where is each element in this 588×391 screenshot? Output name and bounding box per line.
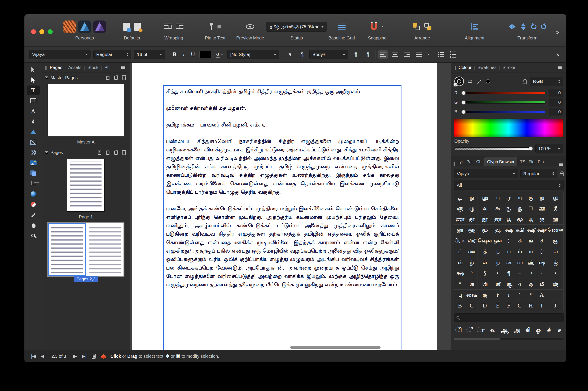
close-button[interactable]	[31, 29, 36, 34]
baseline-grid-button[interactable]	[337, 23, 346, 31]
page-list-button[interactable]	[91, 353, 96, 360]
glyph-cell[interactable]: ஔ	[492, 235, 503, 246]
colour-wheel-icon[interactable]	[454, 77, 464, 86]
zoom-tool[interactable]	[27, 231, 40, 240]
glyph-cell[interactable]: §	[477, 268, 492, 279]
glyph-cell[interactable]: ஜ்	[547, 257, 564, 268]
recent-glyph[interactable]: வ	[489, 326, 496, 334]
picture-frame-ellipse-tool[interactable]	[27, 148, 40, 157]
green-value-field[interactable]: 0	[549, 98, 563, 106]
glyph-cell[interactable]: E	[492, 300, 503, 311]
glyph-cell[interactable]: டூ	[547, 203, 564, 214]
view-tool[interactable]	[27, 220, 40, 230]
glyph-cell[interactable]: ·	[536, 268, 547, 279]
red-value-field[interactable]: 0	[549, 89, 563, 97]
swap-colours-icon[interactable]: ⇄	[468, 78, 472, 85]
next-page-button[interactable]: ▶	[73, 354, 77, 359]
tab-assets[interactable]: Assets	[68, 65, 81, 70]
pages-2-3-thumbnail[interactable]	[47, 222, 124, 277]
glyph-cell[interactable]: ஷை	[466, 290, 477, 300]
bold-button[interactable]: B	[171, 50, 178, 58]
colour-model-combo[interactable]: RGB	[530, 77, 563, 86]
show-wrap-settings-button[interactable]	[163, 23, 172, 31]
shape-tool[interactable]	[27, 127, 40, 137]
glyph-cell[interactable]: ஞ்	[547, 279, 564, 290]
glyph-cell[interactable]: ஙூ	[503, 203, 514, 214]
glyph-cell[interactable]: ஸ்	[514, 257, 525, 268]
recent-glyph[interactable]: கி	[524, 326, 530, 334]
glyph-cell[interactable]: க்ஷு	[536, 225, 547, 235]
glyph-cell[interactable]: •	[492, 268, 503, 279]
place-image-tool[interactable]	[27, 158, 40, 168]
justify-button[interactable]	[415, 50, 424, 59]
opacity-combo[interactable]: 100 %	[535, 144, 563, 153]
character-style-chip[interactable]: a	[285, 50, 294, 59]
disclosure-triangle-icon[interactable]	[45, 77, 48, 79]
glyph-cell[interactable]	[547, 290, 564, 300]
glyph-cell[interactable]: ரு	[477, 290, 492, 300]
glyph-cell[interactable]: o	[514, 279, 525, 290]
pin-button[interactable]	[209, 22, 214, 31]
glyph-category-combo[interactable]: All	[454, 181, 564, 190]
tab-swatches[interactable]: Swatches	[477, 65, 497, 70]
recent-glyph[interactable]: ஒ	[535, 326, 541, 334]
ignore-wrap-button[interactable]	[175, 23, 184, 31]
frame-text-tool[interactable]: T	[27, 86, 40, 95]
disclosure-triangle-icon[interactable]	[45, 151, 48, 154]
text-colour-swatch[interactable]	[200, 51, 212, 58]
tab-pinning[interactable]: Pin	[537, 157, 544, 166]
glyph-cell[interactable]: H	[525, 300, 536, 311]
tab-stock[interactable]: Stock	[87, 65, 98, 70]
glyph-cell[interactable]: ட்	[454, 246, 466, 257]
text-direction-rtl-button[interactable]: ¶	[363, 50, 372, 59]
glyph-cell[interactable]: ஷ்	[536, 257, 547, 268]
glyph-cell[interactable]: வ்	[454, 257, 466, 268]
glyph-cell[interactable]: கூ	[492, 203, 503, 214]
node-tool[interactable]	[27, 75, 40, 85]
numbered-list-button[interactable]	[448, 50, 457, 59]
tab-pages[interactable]: Pages	[50, 65, 62, 70]
glyph-cell[interactable]: J	[547, 300, 564, 311]
glyph-cell[interactable]: நு	[466, 192, 477, 203]
glyph-cell[interactable]: ¬	[514, 268, 525, 279]
page-2-thumb[interactable]	[48, 223, 86, 276]
pin-properties-button[interactable]	[217, 24, 222, 29]
colour-picker-tool[interactable]	[27, 210, 40, 219]
single-page-view-button[interactable]	[105, 150, 110, 156]
tab-paragraph[interactable]: Par	[466, 157, 474, 166]
recent-glyph[interactable]: ச	[556, 326, 562, 334]
align-center-button[interactable]	[390, 50, 400, 59]
slider-knob[interactable]	[528, 146, 533, 151]
glyph-cell[interactable]: ரௌ	[454, 235, 466, 246]
glyph-cell[interactable]: ஶ	[466, 279, 477, 290]
flip-horizontal-button[interactable]	[508, 23, 516, 30]
slider-knob[interactable]	[461, 110, 466, 114]
spread-view-button[interactable]	[113, 150, 119, 156]
glyph-cell[interactable]: யூ	[525, 214, 536, 225]
move-to-front-button[interactable]	[412, 22, 421, 31]
glyph-cell[interactable]: லூ	[454, 225, 466, 235]
move-tool[interactable]	[27, 65, 40, 75]
delete-master-button[interactable]	[122, 75, 127, 81]
add-master-button[interactable]	[105, 75, 110, 81]
glyph-search-box[interactable]	[454, 313, 564, 322]
glyph-cell[interactable]: பு	[492, 192, 503, 203]
picture-frame-rect-tool[interactable]	[27, 137, 40, 147]
no-fill-icon[interactable]	[453, 83, 458, 87]
move-to-back-button[interactable]	[424, 22, 432, 31]
snapping-button[interactable]	[370, 22, 378, 31]
pen-tool[interactable]	[27, 117, 40, 126]
tab-glyph-browser[interactable]: Glyph Browser	[484, 157, 517, 166]
slider-knob[interactable]	[461, 100, 466, 105]
font-size-combo[interactable]: 16 pt	[134, 50, 165, 59]
glyph-cell[interactable]: க்ஷீ	[525, 225, 536, 235]
glyph-cell[interactable]: ஒ	[525, 279, 536, 290]
glyph-cell[interactable]: க்ஷ்	[454, 268, 466, 279]
glyph-cell[interactable]: ı	[503, 290, 514, 300]
defaults-revert-button[interactable]	[133, 22, 142, 31]
glyph-cell[interactable]: லு	[547, 192, 564, 203]
glyph-scrollbar[interactable]	[454, 338, 564, 340]
glyph-cell[interactable]: தூ	[466, 214, 477, 225]
glyph-cell[interactable]: ர்	[536, 246, 547, 257]
glyph-cell[interactable]: பூ	[503, 214, 514, 225]
